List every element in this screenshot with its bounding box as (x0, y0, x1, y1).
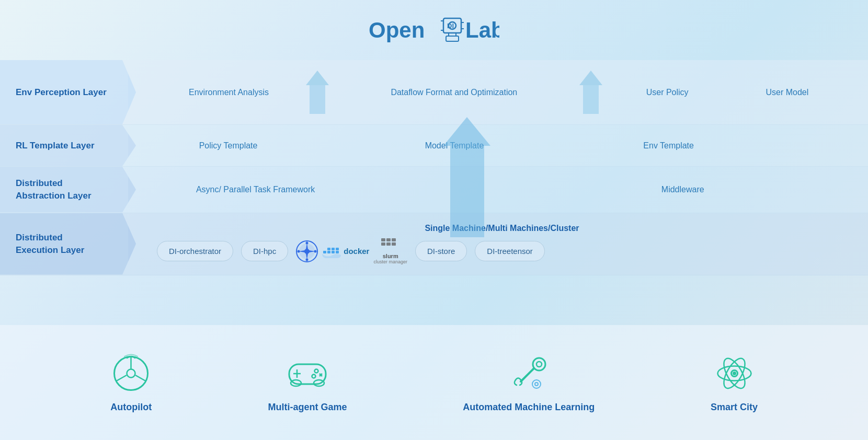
di-treetensor-pill[interactable]: DI-treetensor (475, 241, 545, 261)
dataflow-text: Dataflow Format and Optimization (334, 88, 574, 97)
multiagent-label: Multi-agent Game (268, 402, 347, 413)
middleware-text: Middleware (601, 185, 765, 194)
slurm-icon: slurm cluster manager (373, 238, 407, 264)
svg-rect-29 (336, 248, 339, 250)
svg-line-40 (135, 375, 146, 381)
svg-text:DI: DI (447, 22, 454, 30)
svg-point-37 (127, 369, 135, 377)
policy-template-text: Policy Template (157, 141, 300, 150)
svg-text:Lab: Lab (465, 18, 499, 42)
svg-rect-23 (323, 251, 326, 253)
autopilot-item: Autopilot (110, 352, 152, 413)
svg-rect-30 (381, 238, 385, 241)
autopilot-label: Autopilot (110, 402, 152, 413)
arrow-shaft-2 (583, 85, 599, 114)
up-arrow-1 (301, 71, 334, 114)
env-perception-layer: Env Perception Layer Environment Analysi… (0, 60, 868, 125)
automl-item: Automated Machine Learning (463, 352, 595, 413)
multiagent-item: Multi-agent Game (268, 352, 347, 413)
automl-icon (508, 352, 550, 394)
dist-abstraction-content: Async/ Parallel Task Framework Middlewar… (136, 167, 868, 213)
svg-rect-28 (336, 251, 339, 253)
svg-point-51 (536, 362, 542, 367)
svg-line-52 (521, 368, 534, 381)
rl-template-layer: RL Template Layer Policy Template Model … (0, 125, 868, 167)
svg-line-39 (117, 375, 127, 381)
svg-rect-26 (332, 248, 335, 250)
arrow-head-1 (306, 71, 329, 85)
svg-rect-35 (392, 242, 396, 246)
svg-point-47 (312, 374, 316, 378)
svg-point-21 (298, 250, 300, 252)
user-policy-text: User Policy (608, 88, 727, 97)
dist-execution-content: Single Machine/Multi Machines/Cluster DI… (136, 213, 868, 275)
svg-point-19 (306, 241, 309, 244)
svg-rect-27 (332, 251, 335, 253)
arrow-shaft-1 (310, 85, 325, 114)
dist-execution-label-area: DistributedExecution Layer (0, 213, 136, 275)
svg-rect-25 (327, 248, 330, 250)
di-store-pill[interactable]: DI-store (415, 241, 467, 261)
up-arrow-2 (574, 71, 608, 114)
cluster-icons: docker (296, 238, 407, 264)
docker-text: docker (344, 247, 369, 256)
dist-abstraction-layer: DistributedAbstraction Layer Async/ Para… (0, 167, 868, 213)
env-perception-title: Env Perception Layer (16, 86, 107, 99)
env-analysis-text: Environment Analysis (157, 88, 301, 97)
layers-container: Env Perception Layer Environment Analysi… (0, 60, 868, 275)
svg-rect-31 (386, 238, 391, 241)
arrow-head-2 (579, 71, 602, 85)
svg-point-18 (304, 249, 310, 254)
svg-rect-34 (386, 242, 391, 246)
dist-execution-title: DistributedExecution Layer (16, 231, 84, 257)
rl-template-label-area: RL Template Layer (0, 125, 136, 166)
logo-icon: Open DI Lab (369, 10, 499, 50)
svg-point-54 (535, 383, 538, 386)
svg-point-59 (733, 372, 736, 375)
big-arrow-head (443, 117, 490, 146)
svg-rect-9 (446, 36, 459, 41)
dist-abstraction-title: DistributedAbstraction Layer (16, 177, 92, 202)
async-framework-text: Async/ Parallel Task Framework (157, 185, 354, 194)
svg-point-53 (532, 380, 541, 388)
rl-template-content: Policy Template Model Template Env Templ… (136, 125, 868, 166)
svg-point-44 (315, 369, 318, 373)
kubernetes-icon (296, 240, 318, 262)
smartcity-label: Smart City (711, 402, 758, 413)
multiagent-icon (287, 352, 328, 394)
env-perception-content: Environment Analysis Dataflow Format and… (136, 60, 868, 124)
env-perception-label-area: Env Perception Layer (0, 60, 136, 124)
env-template-text: Env Template (609, 141, 728, 150)
svg-point-20 (306, 258, 309, 261)
rl-template-title: RL Template Layer (16, 140, 95, 152)
slurm-text: slurm (383, 253, 398, 259)
di-hpc-pill[interactable]: DI-hpc (241, 241, 288, 261)
svg-rect-24 (327, 251, 330, 253)
smartcity-item: Smart City (711, 352, 758, 413)
big-arrow-shaft (450, 146, 484, 237)
automl-label: Automated Machine Learning (463, 402, 595, 413)
svg-rect-32 (392, 238, 396, 241)
di-orchestrator-pill[interactable]: DI-orchestrator (157, 241, 233, 261)
big-up-arrow (443, 117, 490, 237)
dist-abstraction-label-area: DistributedAbstraction Layer (0, 167, 136, 213)
dist-execution-layer: DistributedExecution Layer Single Machin… (0, 213, 868, 275)
svg-point-22 (314, 250, 317, 252)
user-model-text: User Model (727, 88, 847, 97)
svg-rect-33 (381, 242, 385, 246)
autopilot-icon (110, 352, 152, 394)
docker-icon: docker (322, 244, 369, 259)
smartcity-icon (713, 352, 755, 394)
svg-text:Open: Open (369, 18, 425, 42)
logo-area: Open DI Lab (369, 10, 499, 50)
applications-section: Autopilot Multi-agent Game (0, 325, 868, 440)
cluster-manager-text: cluster manager (373, 259, 407, 264)
